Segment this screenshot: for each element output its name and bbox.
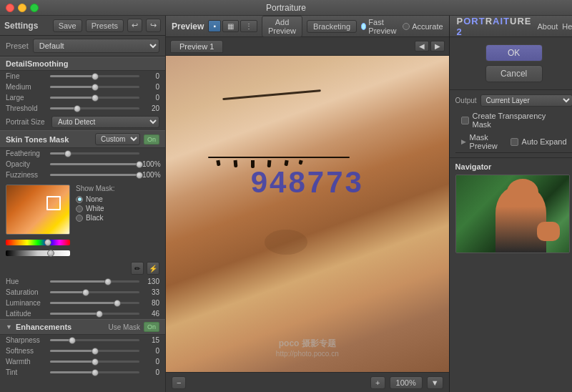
help-button[interactable]: Help [562, 22, 572, 31]
latitude-slider-row: Latitude 46 [0, 308, 165, 319]
tint-slider-track[interactable] [50, 371, 139, 373]
feathering-slider-track[interactable] [50, 152, 139, 155]
medium-label: Medium [6, 83, 47, 91]
fine-value: 0 [142, 72, 159, 80]
watermark-line1: poco 摄影专题 [276, 338, 339, 350]
preview-bottom-bar: − + 100% ▼ [166, 372, 449, 392]
opacity-slider-track[interactable] [50, 163, 139, 165]
opacity-slider-row: Opacity 100% [0, 159, 165, 170]
enhancements-on-badge: On [144, 322, 159, 332]
left-panel: Settings Save Presets ↩ ↪ Preset Default… [0, 16, 166, 392]
threshold-value: 20 [142, 104, 159, 112]
navigator-thumbnail[interactable] [455, 175, 570, 253]
mask-preview-arrow[interactable]: ▶ [461, 138, 466, 145]
ok-button[interactable]: OK [485, 44, 543, 62]
auto-expand-checkbox[interactable] [511, 138, 518, 146]
saturation-slider-row: Saturation 33 [0, 287, 165, 298]
add-preview-button[interactable]: Add Preview [262, 16, 302, 37]
presets-button[interactable]: Presets [86, 19, 124, 32]
luminance-value: 80 [142, 299, 159, 307]
luminance-slider-track[interactable] [50, 302, 139, 304]
preview-tab-1[interactable]: Preview 1 [170, 40, 223, 53]
color-selector [46, 196, 61, 210]
create-transparency-label: Create Transparency Mask [473, 112, 567, 129]
settings-label: Settings [4, 21, 49, 31]
pipette-button-1[interactable]: ✏ [131, 262, 144, 275]
window-title: Portraiture [266, 3, 306, 13]
preset-select[interactable]: Default [33, 39, 159, 53]
radio-none[interactable] [76, 196, 83, 203]
bracketing-button[interactable]: Bracketing [307, 20, 357, 33]
output-label: Output [455, 97, 477, 104]
portrait-size-select[interactable]: Auto Detect [51, 116, 159, 128]
warmth-slider-row: Warmth 0 [0, 356, 165, 367]
color-gradient[interactable] [6, 185, 70, 235]
zoom-dropdown[interactable]: ▼ [427, 376, 443, 389]
fast-preview-label: Fast Preview [368, 18, 398, 35]
radio-white[interactable] [76, 205, 83, 212]
latitude-label: Latitude [6, 310, 47, 318]
radio-black[interactable] [76, 215, 83, 222]
saturation-slider-track[interactable] [50, 291, 139, 293]
zoom-out-button[interactable]: − [172, 376, 186, 389]
view-buttons: ▪ ▦ ⋮ [208, 20, 257, 32]
create-transparency-checkbox[interactable] [461, 117, 469, 124]
create-transparency-row: Create Transparency Mask [455, 109, 572, 131]
navigator-label: Navigator [455, 162, 572, 171]
color-picker-area: Show Mask: None White Black [0, 180, 165, 260]
next-arrow[interactable]: ▶ [430, 41, 445, 52]
output-row: Output Current Layer [455, 94, 572, 107]
accurate-option[interactable]: Accurate [403, 22, 443, 31]
center-panel: Preview ▪ ▦ ⋮ Add Preview Bracketing Fas… [166, 16, 450, 392]
mask-preview-label: Mask Preview [470, 133, 507, 150]
single-view-button[interactable]: ▪ [208, 20, 221, 32]
opacity-label: Opacity [6, 160, 47, 168]
close-button[interactable] [6, 4, 14, 12]
accurate-radio[interactable] [403, 23, 410, 30]
use-mask-label: Use Mask [109, 323, 140, 331]
maximize-button[interactable] [30, 4, 39, 12]
preview-nav: ◀ ▶ [415, 41, 445, 52]
right-top-bar: PORTRAITURE 2 About Help [450, 16, 572, 37]
skin-preset-select[interactable]: Custom [95, 133, 140, 145]
redo-button[interactable]: ↪ [146, 19, 161, 32]
fast-preview-radio[interactable] [361, 23, 366, 30]
fine-slider-track[interactable] [50, 75, 139, 77]
zoom-in-button[interactable]: + [370, 376, 385, 389]
threshold-slider-track[interactable] [50, 107, 139, 109]
show-mask-black[interactable]: Black [76, 214, 114, 222]
show-mask-white[interactable]: White [76, 205, 114, 212]
saturation-label: Saturation [6, 288, 47, 296]
nav-head [507, 179, 538, 206]
sharpness-slider-track[interactable] [50, 339, 139, 341]
undo-button[interactable]: ↩ [127, 19, 142, 32]
softness-slider-track[interactable] [50, 350, 139, 352]
latitude-slider-track[interactable] [50, 313, 139, 315]
minimize-button[interactable] [18, 4, 26, 12]
portrait-size-label: Portrait Size [6, 118, 47, 126]
large-slider-track[interactable] [50, 97, 139, 99]
about-button[interactable]: About [538, 22, 558, 31]
cancel-button[interactable]: Cancel [485, 65, 543, 82]
show-mask-none[interactable]: None [76, 195, 114, 203]
save-button[interactable]: Save [53, 19, 82, 32]
hue-slider-track[interactable] [50, 280, 139, 283]
fine-label: Fine [6, 72, 47, 80]
overlay-code: 948773 [251, 165, 364, 200]
fuzziness-label: Fuzziness [6, 171, 47, 179]
prev-arrow[interactable]: ◀ [415, 41, 429, 52]
dual-view-button[interactable]: ▦ [222, 20, 239, 32]
sharpness-label: Sharpness [6, 336, 47, 344]
pipette-button-2[interactable]: ⚡ [147, 262, 159, 275]
lightness-bar[interactable] [6, 250, 70, 256]
skin-tones-title: Skin Tones Mask [6, 135, 92, 144]
tint-value: 0 [142, 368, 159, 376]
quad-view-button[interactable]: ⋮ [240, 20, 257, 32]
skin-tones-header: Skin Tones Mask Custom On [0, 130, 165, 148]
fast-preview-option[interactable]: Fast Preview [361, 18, 398, 35]
fuzziness-slider-track[interactable] [50, 174, 139, 176]
hue-bar[interactable] [6, 240, 70, 245]
medium-slider-track[interactable] [50, 86, 139, 88]
warmth-slider-track[interactable] [50, 361, 139, 363]
output-select[interactable]: Current Layer [480, 94, 572, 107]
